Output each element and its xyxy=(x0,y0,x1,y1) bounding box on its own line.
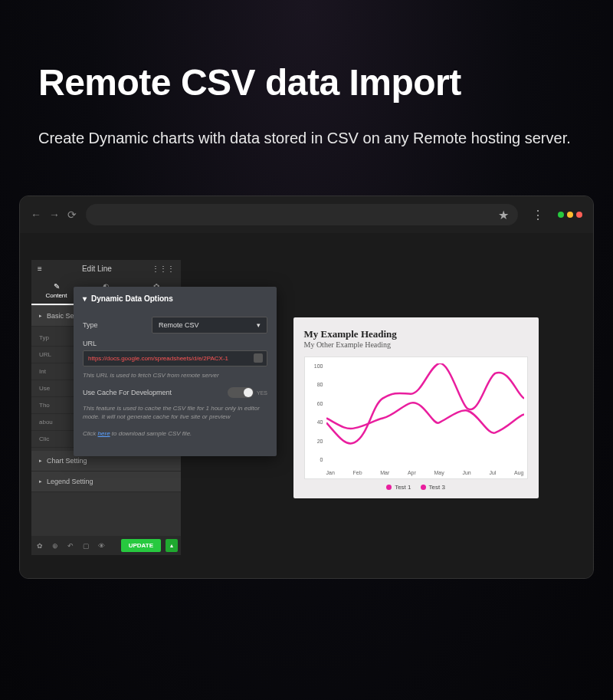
undo-icon[interactable]: ↶ xyxy=(65,542,76,550)
window-controls xyxy=(558,212,582,218)
caret-right-icon: ▸ xyxy=(39,458,42,464)
x-axis: Jan Feb Mar Apr May Jun Jul Aug xyxy=(326,470,524,475)
chevron-down-icon: ▾ xyxy=(257,321,261,329)
caret-right-icon: ▸ xyxy=(39,478,42,485)
section-legend-setting[interactable]: ▸ Legend Setting xyxy=(31,472,181,492)
grid-icon[interactable]: ⋮⋮⋮ xyxy=(152,265,175,273)
dynamic-tag-icon[interactable] xyxy=(254,353,263,363)
preview-icon[interactable]: 👁 xyxy=(96,542,107,550)
legend-dot-icon xyxy=(421,485,426,490)
browser-viewport: ≡ Edit Line ⋮⋮⋮ ✎ Content ◐ Style ✿ Adva… xyxy=(20,233,593,578)
toggle-yes-label: YES xyxy=(257,390,267,396)
settings-icon[interactable]: ✿ xyxy=(34,542,45,550)
page-subtitle: Create Dynamic charts with data stored i… xyxy=(38,127,575,150)
y-axis: 100 80 60 40 20 0 xyxy=(308,363,323,463)
hamburger-icon[interactable]: ≡ xyxy=(38,265,42,273)
browser-toolbar: ← → ⟳ ★ ⋮ xyxy=(20,196,593,233)
menu-icon[interactable]: ⋮ xyxy=(527,208,549,222)
sample-link[interactable]: here xyxy=(98,430,110,437)
chart-subtitle: My Other Example Heading xyxy=(304,340,528,349)
chart-legend: Test 1 Test 3 xyxy=(304,484,528,491)
caret-down-icon: ▾ xyxy=(83,294,87,303)
legend-dot-icon xyxy=(386,485,392,490)
reload-icon[interactable]: ⟳ xyxy=(67,209,77,221)
back-icon[interactable]: ← xyxy=(31,209,41,221)
pencil-icon: ✎ xyxy=(54,282,60,291)
url-help-text: This URL is used to fetch CSV from remot… xyxy=(83,371,267,380)
type-select[interactable]: Remote CSV ▾ xyxy=(152,317,267,334)
dynamic-data-popover: ▾ Dynamic Data Options Type Remote CSV ▾… xyxy=(74,287,277,456)
cache-help-text: This feature is used to cache the CSV fi… xyxy=(83,404,267,421)
page-title: Remote CSV data Import xyxy=(38,61,575,104)
hero-section: Remote CSV data Import Create Dynamic ch… xyxy=(0,0,613,180)
url-label: URL xyxy=(83,340,267,347)
editor-header: ≡ Edit Line ⋮⋮⋮ xyxy=(31,260,181,278)
responsive-icon[interactable]: ▢ xyxy=(80,542,91,550)
address-bar[interactable]: ★ xyxy=(86,204,518,225)
history-icon[interactable]: ⊕ xyxy=(50,542,61,550)
browser-frame: ← → ⟳ ★ ⋮ ≡ Edit Line ⋮⋮⋮ ✎ Content xyxy=(19,196,594,579)
chart-plot: 100 80 60 40 20 0 Jan xyxy=(304,357,528,479)
chart-card: My Example Heading My Other Example Head… xyxy=(293,317,539,498)
update-dropdown-icon[interactable]: ▴ xyxy=(166,539,178,552)
forward-icon[interactable]: → xyxy=(49,209,60,221)
star-icon[interactable]: ★ xyxy=(498,208,509,222)
legend-item-2[interactable]: Test 3 xyxy=(421,484,445,491)
editor-footer: ✿ ⊕ ↶ ▢ 👁 UPDATE ▴ xyxy=(31,536,181,555)
popover-header[interactable]: ▾ Dynamic Data Options xyxy=(74,287,277,311)
url-input[interactable]: https://docs.google.com/spreadsheets/d/e… xyxy=(83,350,267,366)
caret-right-icon: ▸ xyxy=(39,313,42,319)
legend-item-1[interactable]: Test 1 xyxy=(386,484,411,491)
cache-toggle[interactable] xyxy=(228,387,254,398)
update-button[interactable]: UPDATE xyxy=(121,539,161,552)
type-label: Type xyxy=(83,321,152,329)
minimize-dot[interactable] xyxy=(558,212,564,218)
close-dot[interactable] xyxy=(576,212,582,218)
cache-label: Use Cache For Development xyxy=(83,389,172,396)
chart-svg xyxy=(326,363,524,462)
maximize-dot[interactable] xyxy=(567,212,573,218)
sample-download-text: Click here to download sample CSV file. xyxy=(83,429,267,438)
chart-title: My Example Heading xyxy=(304,328,528,340)
editor-title: Edit Line xyxy=(82,265,112,273)
